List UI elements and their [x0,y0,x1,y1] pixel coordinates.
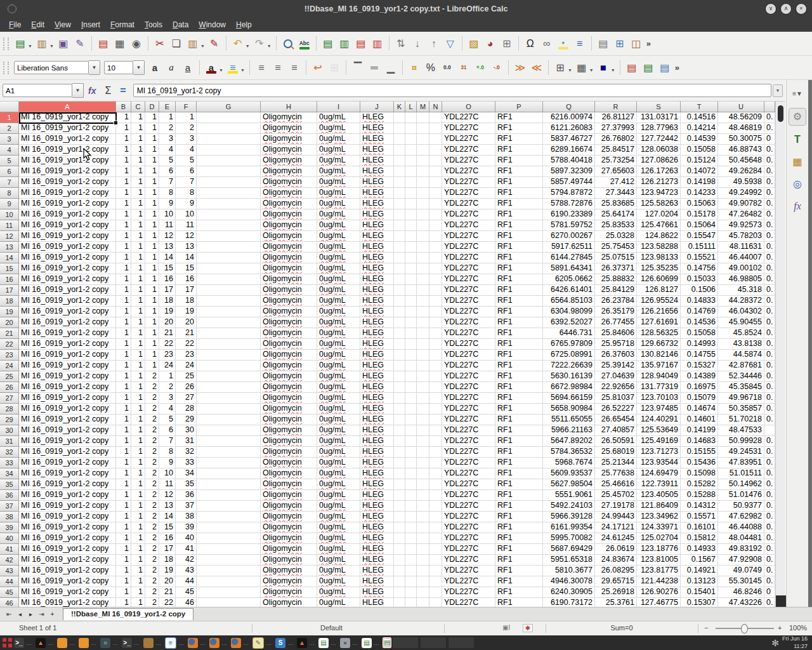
cell[interactable]: HLEG [360,220,394,231]
cell[interactable]: 1 [116,382,131,393]
cell[interactable] [197,479,261,490]
cell[interactable]: 1 [131,166,145,177]
cell[interactable]: 52.34446 [718,371,764,382]
font-size-input[interactable] [104,61,133,74]
cell[interactable]: 2 [145,425,159,436]
cell[interactable] [429,490,442,501]
cell[interactable]: 25.84129 [595,285,637,296]
cell[interactable]: 37 [176,501,197,512]
cell[interactable]: HLEG [360,134,394,145]
cell[interactable]: 18 [176,296,197,307]
cell[interactable]: 0ug/mL [317,307,360,317]
cell[interactable]: 0.15436 [681,458,718,468]
cell[interactable]: 129.66732 [637,339,681,350]
cell[interactable] [197,242,261,253]
cell[interactable]: 3 [176,134,197,145]
cell[interactable]: 126.90276 [637,587,681,598]
cell[interactable] [405,458,417,468]
cell[interactable]: YDL227C [442,112,495,123]
cell[interactable]: 1 [116,361,131,371]
cell[interactable]: 0ug/mL [317,199,360,209]
cell[interactable]: 1 [116,512,131,522]
cell[interactable]: 26.52227 [595,404,637,415]
cell[interactable]: 1 [131,307,145,317]
clone-formatting-icon[interactable]: ✎ [207,36,222,51]
cell[interactable] [197,156,261,166]
cell[interactable]: 6672.98984 [543,382,595,393]
cell[interactable]: RF1 [495,145,543,156]
cell[interactable]: 5891.64341 [543,263,595,274]
cell[interactable]: 6446.731 [543,328,595,339]
expand-formula-bar-icon[interactable]: ▼ [773,84,783,97]
row-header-22[interactable]: 22 [0,339,19,350]
cell[interactable]: 25.88832 [595,274,637,285]
cell[interactable] [394,134,405,145]
cell[interactable]: 1 [131,263,145,274]
cell[interactable]: HLEG [360,296,394,307]
cell[interactable]: 0. [764,447,775,458]
cell[interactable]: YDL227C [442,544,495,555]
cell[interactable]: 130.82146 [637,350,681,361]
cell[interactable]: 131.03171 [637,112,681,123]
cell[interactable]: 0.16101 [681,522,718,533]
taskbar-terminal[interactable]: >_… [14,637,34,649]
cell[interactable]: RF1 [495,231,543,242]
cell[interactable]: 123.81775 [637,566,681,576]
cell[interactable]: HLEG [360,425,394,436]
cell[interactable]: 6190.73172 [543,598,595,607]
cell[interactable]: 20 [176,317,197,328]
cell[interactable]: 0.13123 [681,576,718,587]
cell[interactable]: 0. [764,436,775,447]
row-header-25[interactable]: 25 [0,371,19,382]
row-header-46[interactable]: 46 [0,598,19,607]
cell[interactable]: 0ug/mL [317,188,360,199]
cell[interactable]: 5788.40418 [543,156,595,166]
cell[interactable]: Oligomycin [261,220,317,231]
cell[interactable]: HLEG [360,350,394,361]
cell[interactable] [429,393,442,404]
cell[interactable]: 24 [159,361,176,371]
sum-status-label[interactable]: Sum=0 [547,624,697,632]
cell[interactable]: 5687.69429 [543,544,595,555]
cell[interactable]: 5627.98504 [543,479,595,490]
cell[interactable] [429,317,442,328]
row-header-9[interactable]: 9 [0,199,19,209]
cell[interactable] [394,188,405,199]
cell[interactable]: 6 [159,425,176,436]
cell[interactable]: YDL227C [442,555,495,566]
redo-dropdown-icon[interactable]: ▼ [267,44,272,48]
cell[interactable]: 7 [159,177,176,188]
cell[interactable]: 0. [764,533,775,544]
cell[interactable]: MI 16_0919_yor1-2 copy [19,371,116,382]
cell[interactable]: HLEG [360,123,394,134]
cell[interactable]: 0 [764,134,775,145]
cell[interactable]: YDL227C [442,566,495,576]
row-header-14[interactable]: 14 [0,253,19,263]
cell[interactable] [429,598,442,607]
cell[interactable]: 12 [176,231,197,242]
minimize-button[interactable]: ∨ [765,3,776,15]
cell[interactable]: 1 [116,501,131,512]
cell[interactable]: YDL227C [442,361,495,371]
cell[interactable] [394,447,405,458]
cell[interactable]: 24.83674 [595,555,637,566]
cell[interactable]: 127.0204 [637,209,681,220]
cell[interactable]: 0. [764,350,775,361]
cell[interactable]: 0. [764,598,775,607]
cell[interactable] [394,576,405,587]
cell[interactable]: 0.14993 [681,339,718,350]
cell[interactable]: Oligomycin [261,415,317,425]
cell[interactable]: 22 [176,339,197,350]
column-header-N[interactable]: N [429,102,442,112]
cell[interactable]: 50.14962 [718,479,764,490]
cell[interactable]: HLEG [360,501,394,512]
cell[interactable]: 121.86409 [637,501,681,512]
cell[interactable]: 127.46775 [637,598,681,607]
cell[interactable]: 27.37993 [595,123,637,134]
cell[interactable]: 1 [131,544,145,555]
cell[interactable]: 0.15058 [681,145,718,156]
cell[interactable]: 29.65715 [595,576,637,587]
cell[interactable]: 1 [145,188,159,199]
cell[interactable]: 25.07515 [595,253,637,263]
cell[interactable]: RF1 [495,587,543,598]
